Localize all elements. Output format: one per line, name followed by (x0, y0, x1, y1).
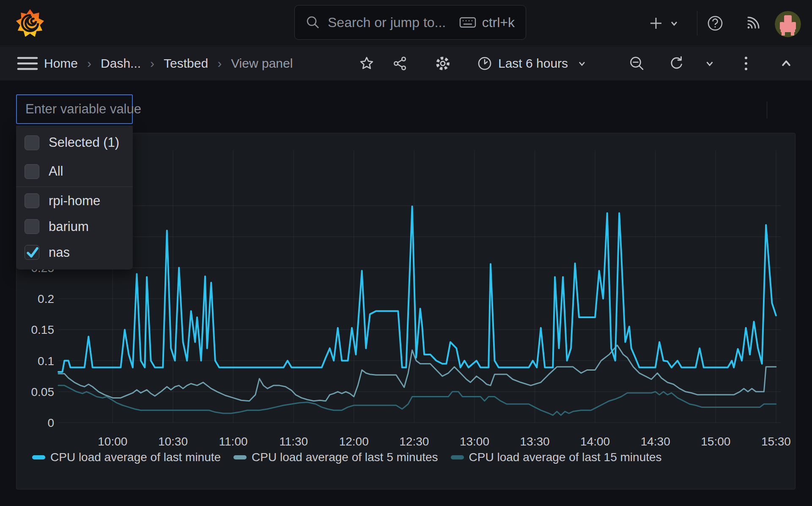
chevron-right-icon: › (217, 56, 222, 71)
toolbar-divider (767, 102, 767, 118)
legend-label: CPU load average of last 15 minutes (469, 451, 662, 464)
svg-text:15:00: 15:00 (701, 435, 730, 448)
dashboard-toolbar: Home › Dash... › Testbed › View panel La… (0, 47, 812, 80)
chart-legend: CPU load average of last minute CPU load… (32, 451, 662, 464)
chevron-right-icon: › (87, 56, 91, 71)
chevron-down-icon (669, 18, 680, 29)
legend-item-5m[interactable]: CPU load average of last 5 minutes (233, 451, 438, 464)
time-range-picker[interactable]: Last 6 hours (477, 47, 587, 80)
option-selected-group[interactable]: Selected (1) (16, 128, 133, 157)
zoom-out-button[interactable] (629, 47, 645, 80)
svg-text:0.1: 0.1 (38, 355, 54, 368)
svg-text:12:30: 12:30 (399, 435, 429, 448)
option-barium[interactable]: barium (16, 214, 133, 239)
svg-text:0.15: 0.15 (31, 323, 55, 336)
variable-options-dropdown: Selected (1) All rpi-home barium nas (16, 126, 133, 270)
svg-text:11:30: 11:30 (279, 435, 308, 448)
checkbox (25, 219, 39, 234)
breadcrumb-home[interactable]: Home (44, 56, 78, 71)
chevron-right-icon: › (150, 56, 154, 71)
variable-input-placeholder: Enter variable value (25, 102, 141, 117)
svg-text:13:30: 13:30 (520, 435, 549, 448)
collapse-toolbar-button[interactable] (779, 47, 793, 80)
search-shortcut: ctrl+k (482, 15, 515, 30)
svg-text:0: 0 (47, 416, 54, 429)
svg-text:10:30: 10:30 (158, 435, 188, 448)
legend-label: CPU load average of last minute (50, 451, 221, 464)
svg-text:14:00: 14:00 (580, 435, 610, 448)
clock-icon (477, 56, 492, 71)
svg-text:0.2: 0.2 (38, 292, 54, 305)
option-label: barium (49, 219, 89, 234)
breadcrumb: Home › Dash... › Testbed › View panel (44, 47, 293, 80)
breadcrumb-testbed[interactable]: Testbed (164, 56, 208, 71)
dropdown-divider (16, 187, 133, 187)
checkbox (25, 245, 39, 260)
add-new-button[interactable] (648, 0, 680, 46)
checkbox (25, 135, 39, 150)
legend-swatch (451, 455, 464, 459)
checkbox (25, 164, 39, 179)
search-input[interactable]: Search or jump to... ctrl+k (294, 5, 526, 40)
search-placeholder: Search or jump to... (328, 15, 446, 30)
chevron-up-icon (779, 56, 793, 71)
svg-text:11:00: 11:00 (219, 435, 248, 448)
legend-label: CPU load average of last 5 minutes (252, 451, 438, 464)
mega-menu-button[interactable] (17, 47, 38, 80)
time-range-label: Last 6 hours (498, 56, 568, 71)
breadcrumb-dashboards[interactable]: Dash... (101, 56, 141, 71)
grafana-logo[interactable] (15, 8, 45, 38)
option-rpi-home[interactable]: rpi-home (16, 188, 133, 214)
svg-text:14:30: 14:30 (641, 435, 670, 448)
more-options-kebab-button[interactable] (743, 47, 749, 80)
navbar-divider (697, 11, 697, 36)
breadcrumb-view-panel: View panel (231, 56, 293, 71)
chevron-down-icon (704, 58, 716, 69)
help-button[interactable] (707, 0, 724, 46)
refresh-button[interactable] (669, 47, 685, 80)
legend-swatch (233, 455, 247, 459)
cpu-load-chart[interactable]: 00.050.10.150.20.250.30.3510:0010:3011:0… (16, 133, 796, 490)
option-label: nas (49, 245, 70, 260)
svg-text:15:30: 15:30 (761, 435, 791, 448)
share-button[interactable] (392, 47, 408, 80)
option-all[interactable]: All (16, 157, 133, 186)
option-nas[interactable]: nas (16, 239, 133, 265)
user-avatar[interactable] (775, 11, 801, 37)
keyboard-icon (459, 16, 476, 29)
timeseries-panel: 00.050.10.150.20.250.30.3510:0010:3011:0… (16, 133, 796, 490)
top-navbar: Search or jump to... ctrl+k (0, 0, 812, 46)
search-icon (306, 15, 320, 30)
svg-text:13:00: 13:00 (460, 435, 489, 448)
option-label: rpi-home (49, 193, 100, 209)
chevron-down-icon (576, 58, 587, 69)
svg-text:0.05: 0.05 (31, 385, 55, 399)
news-rss-button[interactable] (744, 0, 761, 46)
option-label: Selected (1) (49, 135, 119, 150)
option-label: All (49, 164, 63, 179)
legend-item-1m[interactable]: CPU load average of last minute (32, 451, 221, 464)
variable-value-input[interactable]: Enter variable value (16, 94, 133, 124)
favorite-star-button[interactable] (359, 47, 374, 80)
svg-text:12:00: 12:00 (339, 435, 369, 448)
refresh-interval-dropdown[interactable] (704, 47, 716, 80)
legend-item-15m[interactable]: CPU load average of last 15 minutes (451, 451, 662, 464)
checkbox (25, 193, 39, 208)
panel-settings-button[interactable] (435, 47, 451, 80)
legend-swatch (32, 455, 45, 459)
svg-text:10:00: 10:00 (98, 435, 127, 448)
